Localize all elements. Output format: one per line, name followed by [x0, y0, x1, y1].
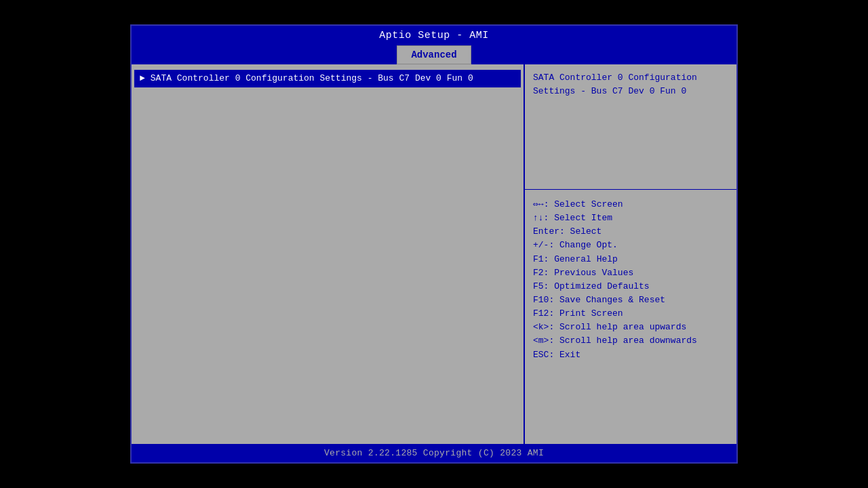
key-label: ESC:: [533, 350, 559, 360]
left-panel: ► SATA Controller 0 Configuration Settin…: [132, 64, 525, 444]
bios-container: Aptio Setup - AMI Advanced ► SATA Contro…: [130, 24, 738, 464]
keybinding-line: ⇔↔: Select Screen: [533, 198, 728, 211]
keybinding-line: <k>: Scroll help area upwards: [533, 321, 728, 334]
key-label: F5:: [533, 281, 554, 291]
key-desc: Save Changes & Reset: [559, 295, 665, 305]
key-label: F10:: [533, 295, 559, 305]
key-desc: Select: [570, 226, 602, 237]
keybinding-line: F12: Print Screen: [533, 307, 728, 321]
tab-advanced[interactable]: Advanced: [397, 45, 471, 64]
key-desc: Print Screen: [559, 308, 623, 319]
keybinding-line: F10: Save Changes & Reset: [533, 293, 728, 307]
title-bar: Aptio Setup - AMI: [132, 26, 736, 45]
key-desc: Previous Values: [554, 268, 633, 278]
key-desc: Exit: [559, 350, 580, 360]
footer-text: Version 2.22.1285 Copyright (C) 2023 AMI: [324, 448, 544, 458]
help-area: SATA Controller 0 Configuration Settings…: [525, 64, 736, 186]
menu-item-sata[interactable]: ► SATA Controller 0 Configuration Settin…: [134, 70, 521, 87]
key-label: F1:: [533, 254, 554, 264]
keybinding-line: F5: Optimized Defaults: [533, 280, 728, 293]
keybinding-line: F1: General Help: [533, 253, 728, 266]
main-content: ► SATA Controller 0 Configuration Settin…: [132, 64, 736, 444]
key-desc: Select Item: [554, 213, 612, 223]
help-text: SATA Controller 0 Configuration Settings…: [533, 73, 697, 96]
title-text: Aptio Setup - AMI: [379, 30, 489, 41]
keybinding-line: ESC: Exit: [533, 348, 728, 362]
key-label: ↑↓:: [533, 213, 554, 223]
keybinding-line: ↑↓: Select Item: [533, 211, 728, 225]
keybinding-line: +/-: Change Opt.: [533, 239, 728, 252]
divider: [525, 189, 736, 190]
footer-bar: Version 2.22.1285 Copyright (C) 2023 AMI: [132, 444, 736, 462]
key-desc: Change Opt.: [559, 240, 618, 250]
menu-item-label: SATA Controller 0 Configuration Settings…: [151, 73, 473, 85]
keybinding-line: Enter: Select: [533, 225, 728, 239]
key-desc: Scroll help area upwards: [559, 322, 686, 332]
key-label: Enter:: [533, 226, 570, 237]
key-label: <k>:: [533, 322, 559, 332]
key-label: ⇔↔:: [533, 199, 554, 209]
key-desc: Select Screen: [554, 199, 623, 209]
right-panel: SATA Controller 0 Configuration Settings…: [525, 64, 736, 444]
key-label: +/-:: [533, 240, 559, 250]
tab-bar: Advanced: [132, 45, 736, 64]
keybinding-line: F2: Previous Values: [533, 266, 728, 280]
key-desc: Scroll help area downwards: [559, 336, 697, 346]
keybindings-area: ⇔↔: Select Screen↑↓: Select ItemEnter: S…: [525, 192, 736, 367]
key-desc: General Help: [554, 254, 618, 264]
key-label: F2:: [533, 268, 554, 278]
keybinding-line: <m>: Scroll help area downwards: [533, 334, 728, 348]
key-label: F12:: [533, 308, 559, 319]
key-label: <m>:: [533, 336, 559, 346]
key-desc: Optimized Defaults: [554, 281, 649, 291]
arrow-icon: ►: [140, 73, 145, 83]
